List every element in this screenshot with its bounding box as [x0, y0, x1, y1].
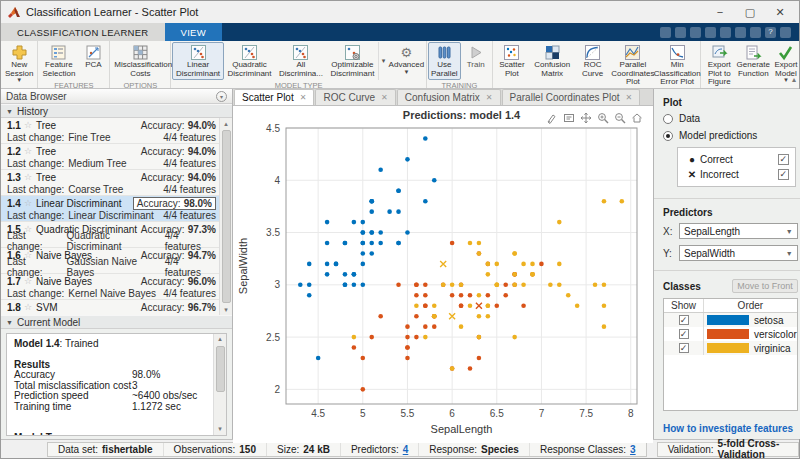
toolbar-button-train[interactable]: Train: [461, 42, 491, 80]
favorite-star-icon[interactable]: ☆: [24, 172, 32, 182]
toolbar-button-confusion-matrix[interactable]: Confusion Matrix: [530, 42, 574, 89]
section-label: PLOTS: [494, 89, 700, 90]
history-item-1.5[interactable]: 1.5☆Quadratic DiscriminantAccuracy:97.3%…: [1, 222, 232, 248]
toolbar-button-label: Min Classification Error Plot: [654, 61, 701, 87]
brush-icon[interactable]: [545, 111, 558, 124]
scroll-down-icon[interactable]: ▾: [224, 304, 228, 315]
maximize-button[interactable]: ▢: [735, 2, 765, 22]
class-row-virginica[interactable]: ✓virginica: [664, 341, 797, 355]
toolbar-button-quadratic-discriminant[interactable]: Quadratic Discriminant: [224, 42, 275, 80]
svg-text:8: 8: [628, 408, 634, 419]
x-predictor-select[interactable]: SepalLength ▼: [679, 223, 798, 239]
toolbar-button-export-plot-to-figure[interactable]: Export Plot to Figure: [702, 42, 736, 89]
toolbar-button-misclassification-costs[interactable]: Misclassification Costs: [111, 42, 169, 80]
toolbar-button-scatter-plot[interactable]: Scatter Plot: [494, 42, 530, 89]
history-section-header[interactable]: ▼ History: [1, 104, 232, 118]
toolbar-button-min-classification-error-plot[interactable]: Min Classification Error Plot: [655, 42, 699, 89]
datatip-icon[interactable]: [562, 111, 575, 124]
svg-text:SepalLength: SepalLength: [431, 423, 493, 435]
copy-icon[interactable]: [690, 27, 701, 38]
incorrect-checkbox[interactable]: ✓: [778, 169, 789, 180]
help-icon[interactable]: ?: [765, 27, 776, 38]
history-item-1.2[interactable]: 1.2☆TreeAccuracy:94.0%Last change:Medium…: [1, 144, 232, 170]
undo-icon[interactable]: [720, 27, 731, 38]
cut-icon[interactable]: [675, 27, 686, 38]
radio-model-predictions[interactable]: Model predictions: [663, 130, 798, 141]
show-class-checkbox[interactable]: ✓: [679, 315, 689, 325]
toolbar-button-pca[interactable]: PCA: [78, 42, 108, 80]
current-model-section-header[interactable]: ▼ Current Model: [1, 315, 232, 329]
home-icon[interactable]: [630, 111, 643, 124]
favorite-star-icon[interactable]: ☆: [24, 120, 32, 130]
close-tab-icon[interactable]: ✕: [300, 93, 307, 102]
current-model-scrollbar[interactable]: ▴ ▾: [213, 334, 226, 435]
collapse-ribbon-icon[interactable]: ▴: [792, 75, 796, 84]
toolbar-button-use-parallel[interactable]: Use Parallel: [428, 42, 461, 80]
move-to-front-button[interactable]: Move to Front: [732, 279, 798, 293]
toolbar-button-new-session[interactable]: New Session▼: [2, 42, 36, 85]
toolbar-button-feature-selection[interactable]: Feature Selection: [39, 42, 78, 80]
paste-icon[interactable]: [705, 27, 716, 38]
history-scrollbar[interactable]: ▴ ▾: [219, 118, 232, 315]
history-item-1.8[interactable]: 1.8☆SVMAccuracy:96.7%: [1, 300, 232, 315]
status-link-response-classes[interactable]: 3: [630, 444, 636, 455]
collapse-caret-icon: ▼: [6, 108, 13, 115]
favorite-star-icon[interactable]: ☆: [24, 146, 32, 156]
toolbar-button-all-discrimina[interactable]: All Discrimina...: [275, 42, 326, 80]
close-button[interactable]: ✕: [765, 2, 795, 22]
history-item-1.1[interactable]: 1.1☆TreeAccuracy:94.0%Last change:Fine T…: [1, 118, 232, 144]
ribbon-tab-classification-learner[interactable]: CLASSIFICATION LEARNER: [1, 23, 165, 41]
toolbar-button-roc-curve[interactable]: ROC Curve: [574, 42, 610, 89]
show-class-checkbox[interactable]: ✓: [679, 329, 689, 339]
scrollbar-thumb[interactable]: [222, 130, 231, 303]
incorrect-label: Incorrect: [700, 169, 739, 180]
class-row-setosa[interactable]: ✓setosa: [664, 313, 797, 327]
doc-tab-scatter-plot[interactable]: Scatter Plot✕: [234, 89, 314, 105]
toolbar-button-label: New Session: [5, 61, 33, 78]
show-class-checkbox[interactable]: ✓: [679, 343, 689, 353]
radio-icon[interactable]: [663, 114, 673, 124]
status-link-predictors[interactable]: 4: [403, 444, 409, 455]
scroll-up-icon[interactable]: ▴: [224, 118, 228, 129]
folder-icon[interactable]: [750, 27, 761, 38]
radio-data[interactable]: Data: [663, 113, 798, 124]
history-item-1.4[interactable]: 1.4☆Linear DiscriminantAccuracy:98.0%Las…: [1, 196, 232, 222]
favorite-star-icon[interactable]: ☆: [24, 276, 32, 286]
minimize-button[interactable]: −: [705, 2, 735, 22]
toolbar-button-advanced[interactable]: ⚙Advanced▼: [388, 42, 425, 80]
history-item-1.3[interactable]: 1.3☆TreeAccuracy:94.0%Last change:Coarse…: [1, 170, 232, 196]
y-predictor-select[interactable]: SepalWidth ▼: [679, 245, 798, 261]
pan-icon[interactable]: [579, 111, 592, 124]
doc-tab-parallel-coordinates-plot[interactable]: Parallel Coordinates Plot✕: [502, 89, 641, 105]
toolbar-button-generate-function[interactable]: Generate Function: [736, 42, 770, 89]
radio-icon[interactable]: [663, 131, 673, 141]
scrollbar-thumb[interactable]: [216, 346, 225, 392]
close-tab-icon[interactable]: ✕: [381, 93, 388, 102]
toolbar-button-optimizable-discriminant[interactable]: Optimizable Discriminant: [327, 42, 378, 80]
zoom-in-icon[interactable]: [596, 111, 609, 124]
scatter-plot-svg[interactable]: 4.555.566.577.5822.533.544.5Predictions:…: [233, 106, 653, 441]
favorite-star-icon[interactable]: ☆: [24, 198, 32, 208]
matlab-logo-icon: [7, 6, 21, 19]
zoom-out-icon[interactable]: [613, 111, 626, 124]
scroll-down-icon[interactable]: ▾: [218, 424, 222, 435]
ribbon-tab-view[interactable]: VIEW: [165, 23, 222, 41]
close-tab-icon[interactable]: ✕: [626, 93, 633, 102]
svg-text:6: 6: [449, 408, 455, 419]
toolbar-button-parallel-coordinates-plot[interactable]: Parallel Coordinates Plot: [611, 42, 655, 89]
prediction-legend: ● Correct ✓ ✕ Incorrect ✓: [677, 147, 796, 187]
correct-checkbox[interactable]: ✓: [778, 154, 789, 165]
redo-icon[interactable]: [735, 27, 746, 38]
favorite-star-icon[interactable]: ☆: [24, 302, 32, 312]
how-to-investigate-features-link[interactable]: How to investigate features: [663, 423, 798, 434]
toolbar-button-linear-discriminant[interactable]: Linear Discriminant: [172, 42, 223, 80]
search-icon[interactable]: [780, 27, 791, 38]
close-tab-icon[interactable]: ✕: [486, 93, 493, 102]
class-row-versicolor[interactable]: ✓versicolor: [664, 327, 797, 341]
doc-tab-roc-curve[interactable]: ROC Curve✕: [315, 89, 395, 105]
gallery-expand-icon[interactable]: ▾: [378, 42, 388, 80]
save-icon[interactable]: [660, 27, 671, 38]
panel-menu-icon[interactable]: ▾: [216, 91, 227, 102]
scroll-up-icon[interactable]: ▴: [218, 334, 222, 345]
doc-tab-confusion-matrix[interactable]: Confusion Matrix✕: [397, 89, 501, 105]
